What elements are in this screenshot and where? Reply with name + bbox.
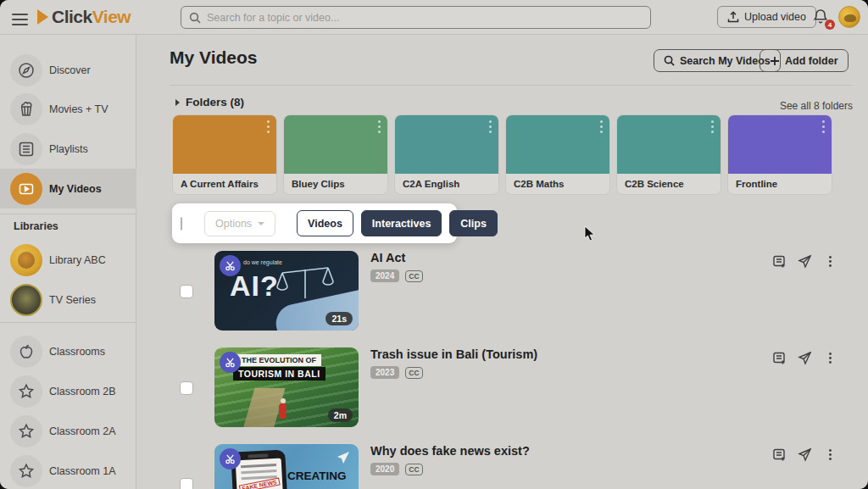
sidebar-item-classroom-2b[interactable]: Classroom 2B	[0, 371, 136, 411]
video-checkbox[interactable]	[180, 381, 193, 395]
sidebar-item-label: Classrooms	[49, 346, 105, 358]
more-options-icon[interactable]	[823, 447, 837, 462]
clickview-app-window: ClickView Upload video 4 Discover	[0, 0, 868, 489]
sidebar-item-classroom-1a[interactable]: Classroom 1A	[0, 451, 136, 489]
upload-icon	[727, 11, 739, 23]
video-title[interactable]: Why does fake news exist?	[370, 444, 530, 458]
sidebar-item-movies-tv[interactable]: Movies + TV	[0, 89, 136, 129]
folder-more-options-icon[interactable]	[489, 120, 492, 136]
star-icon	[10, 455, 42, 487]
add-to-playlist-icon[interactable]	[772, 254, 787, 269]
share-icon[interactable]	[798, 447, 812, 462]
video-row: do we regulate AI? 21s AI Act 2024 CC	[136, 251, 868, 331]
global-search[interactable]	[181, 6, 651, 29]
sidebar-item-label: Discover	[49, 64, 91, 76]
chevron-right-icon	[175, 99, 180, 106]
sidebar-item-library-abc[interactable]: Library ABC	[0, 240, 136, 280]
paper-plane-illustration	[337, 451, 350, 464]
popcorn-icon	[10, 93, 42, 125]
video-row-actions	[772, 447, 837, 462]
search-my-videos-label: Search My Videos	[680, 55, 771, 67]
video-thumbnail[interactable]: FAKE NEWS FAKE NEWS CREATING FAKE NEWS	[214, 444, 359, 489]
filter-clips-button[interactable]: Clips	[449, 210, 498, 236]
search-input[interactable]	[207, 12, 643, 24]
folder-card[interactable]: Bluey Clips	[284, 115, 387, 194]
share-icon[interactable]	[798, 254, 812, 269]
upload-video-button[interactable]: Upload video	[717, 6, 816, 28]
thumbnail-title-text: AI?	[230, 270, 279, 303]
header-divider	[170, 85, 853, 86]
apple-icon	[10, 336, 42, 368]
video-play-icon	[10, 173, 42, 205]
folder-card[interactable]: C2B Maths	[506, 115, 609, 194]
playlist-icon	[10, 133, 42, 165]
sidebar-item-tv-series[interactable]: TV Series	[0, 280, 136, 320]
sidebar-item-classrooms[interactable]: Classrooms	[0, 331, 136, 371]
folder-name: A Current Affairs	[173, 174, 276, 194]
video-title[interactable]: Trash issue in Bali (Tourism)	[370, 347, 537, 361]
folders-section-toggle[interactable]: Folders (8)	[175, 96, 244, 108]
duration-badge: 21s	[326, 312, 353, 325]
share-icon[interactable]	[798, 351, 812, 365]
sidebar-item-label: Library ABC	[49, 254, 106, 266]
folder-card[interactable]: Frontline	[728, 115, 832, 194]
star-icon	[10, 415, 42, 447]
see-all-folders-link[interactable]: See all 8 folders	[767, 100, 853, 112]
sidebar: Discover Movies + TV Playlists My Videos…	[0, 35, 136, 489]
video-row: FAKE NEWS FAKE NEWS CREATING FAKE NEWS W…	[136, 444, 868, 489]
folder-more-options-icon[interactable]	[378, 120, 381, 136]
video-checkbox[interactable]	[180, 478, 193, 489]
clip-scissors-badge-icon	[220, 448, 241, 470]
mouse-cursor	[584, 225, 596, 242]
video-title[interactable]: AI Act	[370, 251, 423, 264]
folder-card[interactable]: C2B Science	[617, 115, 721, 194]
tiger-avatar	[10, 244, 42, 276]
sidebar-item-label: TV Series	[49, 294, 96, 306]
filter-videos-button[interactable]: Videos	[297, 210, 353, 236]
folder-more-options-icon[interactable]	[711, 120, 714, 136]
folder-card[interactable]: A Current Affairs	[173, 115, 276, 194]
select-all-checkbox[interactable]	[181, 217, 182, 231]
plus-icon	[770, 56, 780, 66]
folder-name: Frontline	[728, 174, 832, 194]
more-options-icon[interactable]	[823, 254, 837, 269]
add-to-playlist-icon[interactable]	[772, 351, 787, 365]
folders-header-label: Folders (8)	[186, 96, 244, 108]
video-row-actions	[772, 351, 837, 365]
sidebar-item-label: Classroom 1A	[49, 465, 116, 477]
logo-text: ClickView	[52, 7, 131, 27]
sidebar-item-discover[interactable]: Discover	[0, 50, 136, 90]
video-info: AI Act 2024 CC	[370, 251, 423, 282]
add-to-playlist-icon[interactable]	[772, 447, 787, 462]
folder-card[interactable]: C2A English	[395, 115, 498, 194]
sidebar-divider	[0, 214, 136, 214]
search-icon	[189, 12, 201, 24]
year-badge: 2020	[370, 463, 399, 475]
crest-avatar	[10, 284, 42, 316]
more-options-icon[interactable]	[823, 351, 837, 365]
add-folder-label: Add folder	[785, 55, 838, 67]
sidebar-item-playlists[interactable]: Playlists	[0, 129, 136, 169]
sidebar-item-label: Playlists	[49, 143, 88, 155]
video-thumbnail[interactable]: THE EVOLUTION OF TOURISM IN BALI 2m	[214, 347, 359, 427]
clickview-logo[interactable]: ClickView	[37, 7, 131, 27]
hamburger-menu-icon[interactable]	[12, 10, 28, 24]
video-checkbox[interactable]	[180, 285, 193, 298]
folder-more-options-icon[interactable]	[822, 120, 825, 136]
add-folder-button[interactable]: Add folder	[760, 49, 849, 72]
notifications-button[interactable]: 4	[811, 8, 832, 28]
filter-interactives-button[interactable]: Interactives	[361, 210, 442, 236]
sidebar-item-my-videos[interactable]: My Videos	[0, 169, 136, 208]
folder-more-options-icon[interactable]	[600, 120, 603, 136]
sidebar-item-label: Classroom 2A	[49, 425, 116, 437]
user-avatar[interactable]	[838, 6, 860, 28]
options-dropdown[interactable]: Options	[204, 211, 275, 236]
compass-icon	[10, 54, 42, 86]
folder-name: Bluey Clips	[284, 174, 387, 194]
video-thumbnail[interactable]: do we regulate AI? 21s	[214, 251, 359, 331]
folder-name: C2B Science	[617, 174, 721, 194]
folder-more-options-icon[interactable]	[267, 120, 270, 136]
upload-video-label: Upload video	[744, 11, 806, 23]
sidebar-item-classroom-2a[interactable]: Classroom 2A	[0, 411, 136, 451]
year-badge: 2023	[370, 366, 399, 379]
